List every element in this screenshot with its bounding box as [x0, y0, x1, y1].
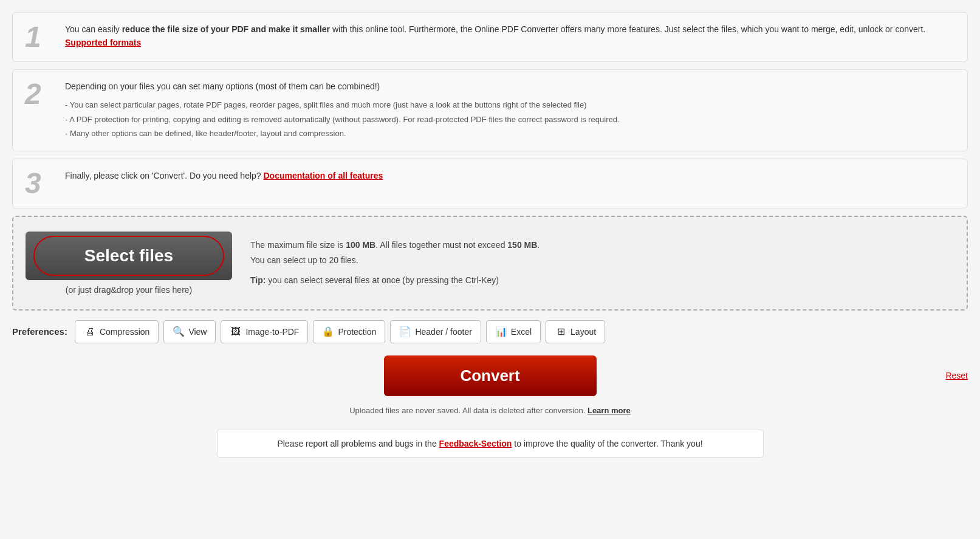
preferences-label: Preferences: — [12, 326, 67, 337]
feedback-section-link[interactable]: Feedback-Section — [439, 439, 512, 448]
tip-label: Tip: — [250, 275, 266, 285]
step-3-text: Finally, please click on 'Convert'. Do y… — [65, 171, 261, 180]
protection-icon: 🔒 — [322, 326, 334, 338]
learn-more-link[interactable]: Learn more — [588, 406, 631, 415]
max-size-100: 100 MB — [346, 240, 375, 250]
view-label: View — [188, 327, 207, 337]
select-files-button[interactable]: Select files — [26, 232, 232, 280]
excel-icon: 📊 — [495, 326, 507, 338]
pref-btn-layout[interactable]: ⊞ Layout — [546, 320, 605, 343]
step-2-number: 2 — [25, 80, 55, 109]
step-1-content: You can easily reduce the file size of y… — [65, 22, 955, 50]
max-size-prefix: The maximum file size is — [250, 240, 346, 250]
file-info: The maximum file size is 100 MB. All fil… — [250, 238, 540, 289]
image-to-pdf-icon: 🖼 — [230, 326, 242, 338]
supported-formats-link[interactable]: Supported formats — [65, 38, 141, 47]
step-2-text: Depending on your files you can set many… — [65, 81, 380, 91]
feedback-text-before: Please report all problems and bugs in t… — [277, 439, 439, 448]
step-2-content: Depending on your files you can set many… — [65, 80, 955, 141]
reset-link[interactable]: Reset — [945, 371, 968, 380]
step-2-sub-item-3: - Many other options can be defined, lik… — [65, 126, 955, 140]
max-size-info: The maximum file size is 100 MB. All fil… — [250, 238, 540, 253]
documentation-link[interactable]: Documentation of all features — [264, 171, 383, 180]
compression-label: Compression — [100, 327, 149, 337]
excel-label: Excel — [511, 327, 532, 337]
preferences-row: Preferences: 🖨 Compression 🔍 View 🖼 Imag… — [12, 320, 968, 343]
step-1-text: You can easily reduce the file size of y… — [65, 24, 925, 34]
feedback-text-after: to improve the quality of the converter.… — [512, 439, 702, 448]
step-3-content: Finally, please click on 'Convert'. Do y… — [65, 169, 955, 182]
step-2-sub-items: - You can select particular pages, rotat… — [65, 98, 955, 140]
tip-content: you can select several files at once (by… — [266, 275, 499, 285]
step-2-sub-item-2: - A PDF protection for printing, copying… — [65, 112, 955, 126]
layout-icon: ⊞ — [555, 326, 567, 338]
step-1-number: 1 — [25, 22, 55, 52]
max-size-mid: . All files together must not exceed — [375, 240, 507, 250]
file-count-info: You can select up to 20 files. — [250, 253, 540, 268]
step-1: 1 You can easily reduce the file size of… — [12, 12, 968, 62]
convert-row: Convert Reset — [12, 355, 968, 396]
step-2-sub-item-1: - You can select particular pages, rotat… — [65, 98, 955, 112]
view-icon: 🔍 — [173, 326, 185, 338]
max-size-end: . — [537, 240, 540, 250]
pref-btn-image-to-pdf[interactable]: 🖼 Image-to-PDF — [221, 320, 308, 343]
upload-box: Select files (or just drag&drop your fil… — [12, 216, 968, 311]
step-2: 2 Depending on your files you can set ma… — [12, 69, 968, 151]
max-size-150: 150 MB — [507, 240, 537, 250]
pref-btn-view[interactable]: 🔍 View — [163, 320, 216, 343]
convert-button[interactable]: Convert — [384, 355, 597, 396]
step-3-number: 3 — [25, 169, 55, 198]
header-footer-icon: 📄 — [399, 326, 411, 338]
feedback-bar: Please report all problems and bugs in t… — [217, 430, 764, 458]
select-files-area: Select files (or just drag&drop your fil… — [26, 232, 232, 295]
header-footer-label: Header / footer — [415, 327, 471, 337]
compression-icon: 🖨 — [84, 326, 96, 338]
image-to-pdf-label: Image-to-PDF — [245, 327, 299, 337]
drag-drop-label: (or just drag&drop your files here) — [66, 285, 193, 295]
pref-btn-excel[interactable]: 📊 Excel — [486, 320, 541, 343]
layout-label: Layout — [571, 327, 596, 337]
privacy-text: Uploaded files are never saved. All data… — [349, 406, 585, 415]
privacy-note: Uploaded files are never saved. All data… — [12, 406, 968, 415]
tip-text: Tip: you can select several files at onc… — [250, 273, 540, 288]
pref-btn-header-footer[interactable]: 📄 Header / footer — [390, 320, 481, 343]
step-3: 3 Finally, please click on 'Convert'. Do… — [12, 159, 968, 208]
pref-btn-protection[interactable]: 🔒 Protection — [313, 320, 385, 343]
pref-btn-compression[interactable]: 🖨 Compression — [75, 320, 159, 343]
protection-label: Protection — [338, 327, 376, 337]
